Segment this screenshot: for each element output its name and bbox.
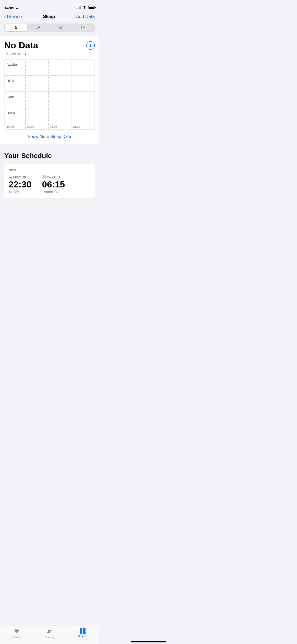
bedtime-label: BEDTIME	[13, 176, 26, 179]
alarm-icon: ⏰	[42, 175, 46, 179]
bedtime-type: 🛏 BEDTIME	[8, 175, 31, 179]
wakeup-label: WAKE UP	[47, 176, 60, 179]
chart-label-awake: Awake	[4, 59, 26, 75]
back-label: Browse	[7, 14, 22, 19]
chart-col	[49, 76, 72, 91]
chart-time-cols: 00:00 06:00 12:00	[26, 124, 95, 129]
date-label: 26 Oct 2023	[4, 52, 95, 56]
chart-col	[49, 92, 72, 108]
chart-col	[49, 59, 72, 75]
chart-col	[26, 76, 49, 91]
chart-col	[26, 59, 49, 75]
chart-area-awake	[26, 59, 95, 75]
time-period-selector: D W M 6M	[4, 24, 95, 32]
wakeup-time: 06:15	[42, 180, 65, 189]
back-button[interactable]: ‹ Browse	[4, 14, 22, 19]
chart-row-deep: Deep	[4, 108, 95, 124]
chart-area-rem	[26, 76, 95, 91]
chart-label-core: Core	[4, 92, 26, 108]
time-label: 14:09	[4, 6, 14, 10]
no-data-title: No Data	[4, 40, 38, 50]
bedtime-item: 🛏 BEDTIME 22:30 Tonight	[8, 175, 31, 194]
sleep-chart: Awake REM Core Deep	[4, 59, 95, 130]
status-right	[77, 6, 95, 9]
schedule-card: Next 🛏 BEDTIME 22:30 Tonight ⏰ WAKE UP 0…	[4, 164, 95, 198]
chart-col	[26, 92, 49, 108]
sleep-content: No Data i 26 Oct 2023 Awake REM Core	[0, 36, 99, 130]
show-more-button[interactable]: Show More Sleep Data	[28, 134, 71, 139]
next-label: Next	[8, 168, 91, 172]
wifi-icon	[82, 6, 87, 9]
chart-row-core: Core	[4, 92, 95, 108]
chart-col	[49, 108, 72, 124]
schedule-times: 🛏 BEDTIME 22:30 Tonight ⏰ WAKE UP 06:15 …	[8, 175, 91, 194]
info-button[interactable]: i	[86, 41, 95, 50]
chart-time-row: 18:00 00:00 06:00 12:00	[4, 124, 95, 129]
status-time: 14:09 ▲	[4, 6, 18, 10]
segment-6m[interactable]: 6M	[72, 24, 94, 31]
show-more-section: Show More Sleep Data	[0, 130, 99, 144]
chart-label-deep: Deep	[4, 108, 26, 124]
chart-area-core	[26, 92, 95, 108]
bedtime-time: 22:30	[8, 180, 31, 189]
nav-bar: ‹ Browse Sleep Add Data	[0, 12, 99, 21]
wakeup-item: ⏰ WAKE UP 06:15 Tomorrow	[42, 175, 65, 194]
no-data-header: No Data i	[4, 40, 95, 50]
segment-m[interactable]: M	[50, 24, 72, 31]
chart-area-deep	[26, 108, 95, 124]
wakeup-type: ⏰ WAKE UP	[42, 175, 65, 179]
bedtime-day: Tonight	[8, 190, 31, 194]
segment-w[interactable]: W	[27, 24, 50, 31]
chart-col	[72, 108, 95, 124]
chart-col	[72, 76, 95, 91]
signal-icon	[77, 6, 81, 9]
add-data-button[interactable]: Add Data	[76, 14, 95, 19]
time-label-18: 18:00	[4, 124, 26, 129]
chart-col	[72, 59, 95, 75]
schedule-section: Your Schedule Next 🛏 BEDTIME 22:30 Tonig…	[0, 146, 99, 203]
chart-col	[72, 92, 95, 108]
chart-row-rem: REM	[4, 76, 95, 92]
page-title: Sleep	[43, 14, 55, 19]
wakeup-day: Tomorrow	[42, 190, 65, 194]
segment-d[interactable]: D	[5, 24, 27, 31]
chart-label-rem: REM	[4, 76, 26, 91]
chart-row-awake: Awake	[4, 59, 95, 76]
battery-icon	[88, 6, 95, 9]
status-bar: 14:09 ▲	[0, 0, 99, 12]
time-label-00: 00:00	[26, 124, 49, 129]
location-icon: ▲	[15, 6, 18, 9]
time-label-12: 12:00	[72, 124, 95, 129]
bed-icon: 🛏	[8, 175, 12, 179]
chart-col	[26, 108, 49, 124]
section-separator	[0, 144, 99, 146]
schedule-title: Your Schedule	[4, 152, 95, 160]
time-label-06: 06:00	[49, 124, 72, 129]
